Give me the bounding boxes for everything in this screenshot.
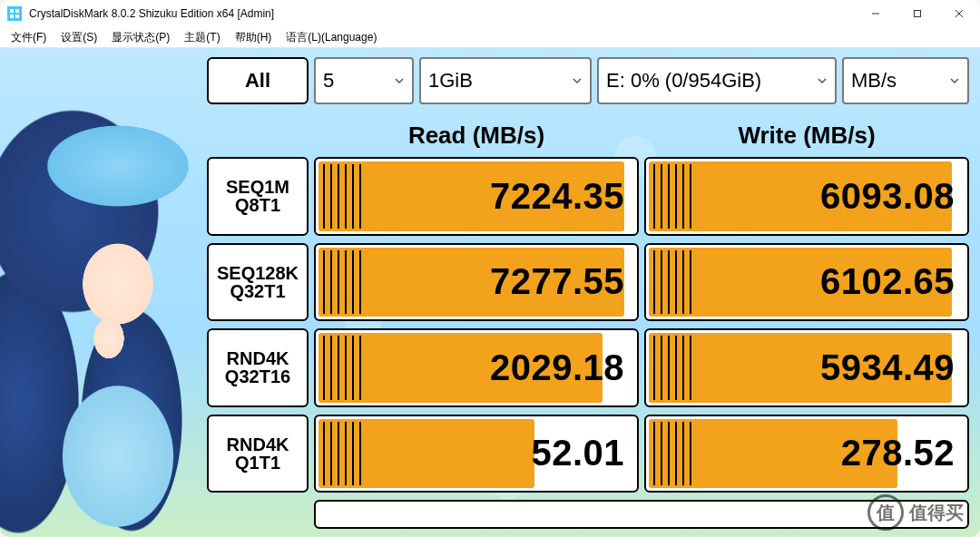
test-button-seq128k-q32t1[interactable]: SEQ128KQ32T1: [207, 243, 309, 322]
window-title: CrystalDiskMark 8.0.2 Shizuku Edition x6…: [29, 7, 855, 20]
menu-language[interactable]: 语言(L)(Language): [279, 28, 384, 47]
scale-tick: [661, 336, 662, 400]
benchmark-grid: All 5 1GiB E: 0% (0/954GiB) MB/s Read (M…: [207, 57, 969, 529]
test-name-line1: SEQ1M: [226, 178, 289, 196]
scale-tick: [352, 164, 354, 229]
scale-tick: [668, 164, 670, 229]
scale-tick: [690, 250, 691, 315]
scale-tick: [330, 422, 332, 486]
read-value: 52.01: [531, 433, 624, 474]
svg-rect-1: [15, 9, 19, 13]
scale-tick: [359, 250, 361, 315]
result-read-row3: 52.01: [314, 415, 639, 493]
scale-tick: [675, 336, 677, 400]
menu-display[interactable]: 显示状态(P): [104, 28, 177, 47]
header-write: Write (MB/s): [644, 112, 969, 150]
test-count-select[interactable]: 5: [314, 57, 414, 104]
header-read: Read (MB/s): [314, 112, 639, 150]
scale-tick: [668, 336, 670, 400]
run-all-button[interactable]: All: [207, 57, 309, 104]
scale-tick: [338, 164, 339, 229]
drive-select[interactable]: E: 0% (0/954GiB): [597, 57, 837, 104]
scale-tick: [323, 164, 325, 229]
scale-tick: [323, 336, 325, 400]
scale-tick: [345, 422, 347, 486]
svg-rect-2: [10, 15, 14, 18]
scale-tick: [668, 422, 670, 486]
menu-theme[interactable]: 主题(T): [177, 28, 227, 47]
chevron-down-icon: [572, 75, 583, 86]
scale-tick: [653, 422, 655, 486]
scale-tick: [352, 336, 354, 400]
menu-help[interactable]: 帮助(H): [228, 28, 279, 47]
combo-row: 5 1GiB E: 0% (0/954GiB) MB/s: [314, 57, 969, 104]
chevron-down-icon: [394, 75, 405, 86]
chevron-down-icon: [817, 75, 828, 86]
chevron-down-icon: [949, 75, 960, 86]
menu-file[interactable]: 文件(F): [4, 28, 54, 47]
test-name-line1: SEQ128K: [217, 264, 299, 282]
test-button-seq1m-q8t1[interactable]: SEQ1MQ8T1: [207, 157, 309, 236]
test-count-value: 5: [323, 69, 334, 93]
scale-tick: [352, 422, 354, 486]
window-controls: [855, 0, 980, 27]
scale-tick: [330, 250, 332, 315]
scale-tick: [330, 336, 332, 400]
scale-tick: [345, 164, 347, 229]
scale-tick: [653, 336, 655, 400]
test-name-line1: RND4K: [227, 349, 289, 367]
scale-tick: [345, 336, 347, 400]
scale-tick: [352, 250, 354, 315]
write-value: 6093.08: [820, 176, 955, 217]
scale-tick: [323, 422, 325, 486]
scale-tick: [359, 164, 361, 229]
result-read-row2: 2029.18: [314, 328, 639, 407]
scale-tick: [345, 250, 347, 315]
svg-rect-5: [915, 11, 921, 17]
test-button-rnd4k-q1t1[interactable]: RND4KQ1T1: [207, 415, 309, 493]
client-area: All 5 1GiB E: 0% (0/954GiB) MB/s Read (M…: [0, 48, 980, 537]
scale-tick: [690, 422, 691, 486]
result-read-row1: 7277.55: [314, 243, 639, 322]
header-spacer: [207, 112, 309, 150]
test-name-line2: Q32T16: [225, 367, 290, 386]
close-button[interactable]: [938, 0, 980, 27]
result-write-row3: 278.52: [644, 415, 969, 493]
test-name-line2: Q1T1: [235, 454, 280, 472]
write-value: 278.52: [841, 433, 955, 474]
minimize-button[interactable]: [855, 0, 897, 27]
scale-tick: [675, 422, 677, 486]
menu-bar: 文件(F) 设置(S) 显示状态(P) 主题(T) 帮助(H) 语言(L)(La…: [0, 27, 980, 48]
scale-tick: [682, 336, 684, 400]
scale-tick: [323, 250, 325, 315]
scale-tick: [359, 336, 361, 400]
footer-spacer: [207, 500, 309, 529]
scale-tick: [661, 422, 662, 486]
menu-settings[interactable]: 设置(S): [54, 28, 104, 47]
test-size-select[interactable]: 1GiB: [419, 57, 592, 104]
scale-tick: [338, 250, 339, 315]
status-bar: [314, 500, 969, 529]
result-write-row1: 6102.65: [644, 243, 969, 322]
scale-tick: [682, 164, 684, 229]
write-value: 5934.49: [820, 347, 955, 388]
scale-tick: [338, 422, 339, 486]
window-titlebar: CrystalDiskMark 8.0.2 Shizuku Edition x6…: [0, 0, 980, 27]
scale-tick: [690, 164, 691, 229]
scale-tick: [682, 422, 684, 486]
progress-bar: [318, 419, 534, 489]
drive-value: E: 0% (0/954GiB): [606, 69, 761, 93]
test-name-line2: Q8T1: [235, 196, 280, 214]
result-read-row0: 7224.35: [314, 157, 639, 236]
scale-tick: [661, 164, 662, 229]
write-value: 6102.65: [820, 261, 955, 302]
read-value: 7277.55: [490, 261, 624, 302]
test-button-rnd4k-q32t16[interactable]: RND4KQ32T16: [207, 328, 309, 407]
unit-select[interactable]: MB/s: [842, 57, 969, 104]
maximize-button[interactable]: [897, 0, 938, 27]
read-value: 2029.18: [490, 347, 624, 388]
read-value: 7224.35: [490, 176, 624, 217]
scale-tick: [675, 250, 677, 315]
scale-tick: [653, 250, 655, 315]
unit-value: MB/s: [851, 69, 897, 93]
